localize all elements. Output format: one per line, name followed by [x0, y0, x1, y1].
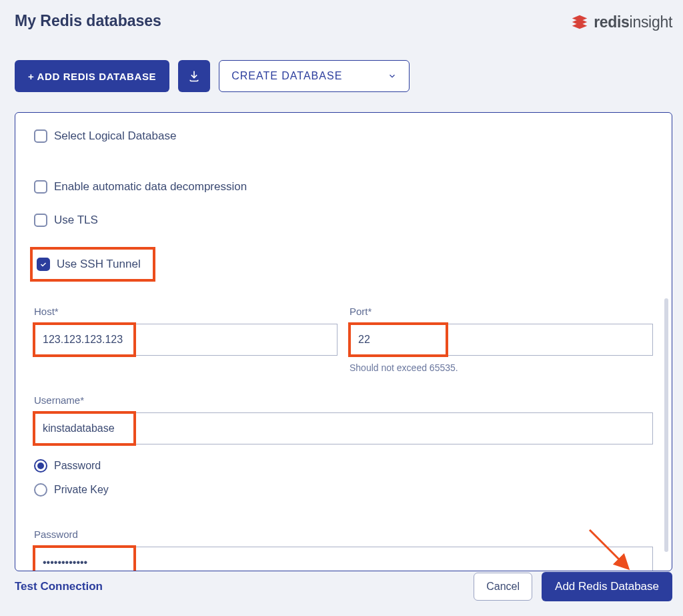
- password-input[interactable]: [34, 547, 653, 571]
- username-input[interactable]: [34, 412, 653, 444]
- host-label: Host*: [34, 306, 337, 317]
- test-connection-link[interactable]: Test Connection: [15, 580, 103, 593]
- checkbox-label: Select Logical Database: [54, 129, 176, 143]
- checkbox-use-tls[interactable]: Use TLS: [34, 214, 653, 227]
- scrollbar[interactable]: [664, 298, 668, 552]
- brand-name: redisinsight: [594, 13, 672, 31]
- database-form-panel: Select Logical Database Enable automatic…: [15, 112, 672, 571]
- checkbox-use-ssh[interactable]: Use SSH Tunnel: [37, 258, 141, 271]
- radio-label: Private Key: [54, 484, 109, 496]
- download-icon: [187, 69, 201, 83]
- radio-icon: [34, 483, 47, 497]
- highlight-ssh-tunnel: Use SSH Tunnel: [30, 247, 155, 282]
- username-label: Username*: [34, 394, 653, 406]
- password-label: Password: [34, 529, 653, 540]
- checkbox-icon: [37, 258, 50, 271]
- redis-logo-icon: [570, 12, 590, 32]
- radio-icon: [34, 459, 47, 473]
- checkbox-label: Use TLS: [54, 214, 98, 227]
- chevron-down-icon: [388, 71, 397, 81]
- radio-label: Password: [54, 460, 101, 472]
- checkbox-label: Use SSH Tunnel: [57, 258, 141, 271]
- checkbox-logical-db[interactable]: Select Logical Database: [34, 129, 653, 143]
- checkbox-label: Enable automatic data decompression: [54, 180, 247, 194]
- checkbox-auto-decompress[interactable]: Enable automatic data decompression: [34, 180, 653, 194]
- port-helper: Should not exceed 65535.: [350, 362, 653, 373]
- dropdown-label: CREATE DATABASE: [231, 70, 342, 82]
- add-redis-database-submit-button[interactable]: Add Redis Database: [542, 572, 672, 601]
- port-input[interactable]: [350, 324, 653, 356]
- page-title: My Redis databases: [15, 12, 161, 30]
- checkbox-icon: [34, 129, 47, 143]
- import-button[interactable]: [178, 60, 210, 92]
- port-label: Port*: [350, 306, 653, 317]
- create-database-dropdown[interactable]: CREATE DATABASE: [219, 60, 410, 92]
- host-input[interactable]: [34, 324, 337, 356]
- add-redis-database-button[interactable]: + ADD REDIS DATABASE: [15, 60, 169, 92]
- cancel-button[interactable]: Cancel: [474, 573, 532, 601]
- radio-private-key[interactable]: Private Key: [34, 483, 653, 497]
- svg-marker-2: [572, 23, 588, 29]
- radio-password[interactable]: Password: [34, 459, 653, 473]
- brand-logo-block: redisinsight: [570, 12, 672, 32]
- checkbox-icon: [34, 180, 47, 194]
- checkbox-icon: [34, 214, 47, 227]
